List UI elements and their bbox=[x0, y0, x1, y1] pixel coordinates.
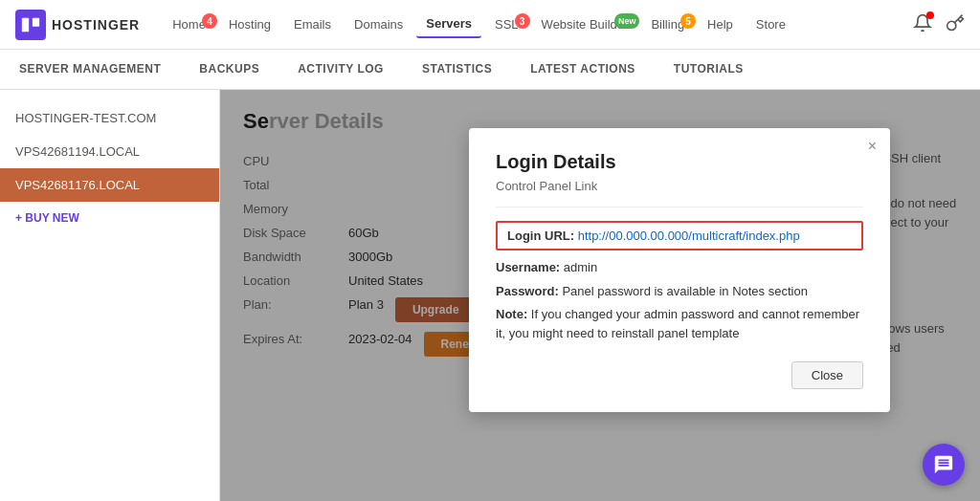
second-nav: SERVER MANAGEMENT BACKUPS ACTIVITY LOG S… bbox=[0, 50, 980, 90]
password-label: Password: bbox=[496, 284, 559, 298]
login-url-box: Login URL: http://00.000.00.000/multicra… bbox=[496, 221, 863, 250]
nav-item-website-builder[interactable]: Website Builder New bbox=[532, 11, 638, 37]
notification-bell-btn[interactable] bbox=[913, 13, 932, 35]
username-value: admin bbox=[564, 260, 597, 274]
nav-item-ssl[interactable]: SSL 3 bbox=[485, 11, 528, 37]
password-value: Panel password is available in Notes sec… bbox=[562, 284, 808, 298]
billing-badge: 5 bbox=[680, 13, 696, 29]
sidebar: HOSTINGER-TEST.COM VPS42681194.LOCAL VPS… bbox=[0, 90, 220, 501]
modal-close-button[interactable]: × bbox=[868, 138, 877, 155]
tab-latest-actions[interactable]: LATEST ACTIONS bbox=[511, 50, 655, 89]
nav-item-emails[interactable]: Emails bbox=[284, 11, 341, 37]
nav-item-billing[interactable]: Billing 5 bbox=[641, 11, 694, 37]
modal-subtitle: Control Panel Link bbox=[496, 179, 863, 193]
key-icon-btn[interactable] bbox=[946, 13, 965, 35]
ssl-badge: 3 bbox=[515, 13, 530, 29]
website-builder-badge: New bbox=[614, 13, 640, 29]
nav-item-hosting[interactable]: Hosting bbox=[219, 11, 280, 37]
sidebar-item-vps1[interactable]: VPS42681194.LOCAL bbox=[0, 135, 219, 168]
notif-dot bbox=[926, 11, 934, 19]
tab-activity-log[interactable]: ACTIVITY LOG bbox=[278, 50, 403, 89]
sidebar-item-hostinger-test[interactable]: HOSTINGER-TEST.COM bbox=[0, 101, 219, 135]
home-badge: 4 bbox=[202, 13, 217, 29]
nav-right bbox=[913, 13, 965, 35]
logo-text: HOSTINGER bbox=[52, 17, 140, 33]
close-button[interactable]: Close bbox=[791, 361, 863, 389]
login-url-label: Login URL: bbox=[507, 229, 574, 243]
nav-item-help[interactable]: Help bbox=[698, 11, 743, 37]
username-label: Username: bbox=[496, 260, 560, 274]
svg-rect-0 bbox=[22, 17, 29, 32]
logo-icon bbox=[15, 10, 46, 40]
sidebar-item-vps2[interactable]: VPS42681176.LOCAL bbox=[0, 168, 219, 202]
main-layout: HOSTINGER-TEST.COM VPS42681194.LOCAL VPS… bbox=[0, 90, 980, 501]
modal-overlay: Login Details × Control Panel Link Login… bbox=[220, 90, 980, 501]
main-content: Server Details CPU Total Memory bbox=[220, 90, 980, 501]
note-value: If you changed your admin password and c… bbox=[496, 307, 859, 340]
modal-footer: Close bbox=[496, 361, 863, 389]
modal-divider bbox=[496, 207, 863, 207]
login-details-modal: Login Details × Control Panel Link Login… bbox=[469, 128, 890, 412]
tab-tutorials[interactable]: TUTORIALS bbox=[655, 50, 763, 89]
tab-statistics[interactable]: STATISTICS bbox=[403, 50, 511, 89]
password-line: Password: Panel password is available in… bbox=[496, 282, 863, 301]
svg-rect-1 bbox=[33, 17, 39, 26]
nav-item-servers[interactable]: Servers bbox=[416, 11, 481, 38]
nav-items: Home 4 Hosting Emails Domains Servers SS… bbox=[163, 11, 913, 38]
note-line: Note: If you changed your admin password… bbox=[496, 305, 863, 342]
logo-area: HOSTINGER bbox=[15, 10, 140, 40]
login-url-link[interactable]: http://00.000.00.000/multicraft/index.ph… bbox=[578, 229, 800, 243]
buy-new-btn[interactable]: + BUY NEW bbox=[0, 202, 219, 234]
nav-item-store[interactable]: Store bbox=[746, 11, 795, 37]
username-line: Username: admin bbox=[496, 258, 863, 277]
tab-server-management[interactable]: SERVER MANAGEMENT bbox=[0, 50, 180, 89]
chat-button[interactable] bbox=[923, 444, 965, 486]
modal-title: Login Details bbox=[496, 151, 863, 173]
tab-backups[interactable]: BACKUPS bbox=[180, 50, 278, 89]
note-label: Note: bbox=[496, 307, 527, 321]
nav-item-domains[interactable]: Domains bbox=[345, 11, 412, 37]
nav-item-home[interactable]: Home 4 bbox=[163, 11, 215, 37]
top-nav: HOSTINGER Home 4 Hosting Emails Domains … bbox=[0, 0, 980, 50]
